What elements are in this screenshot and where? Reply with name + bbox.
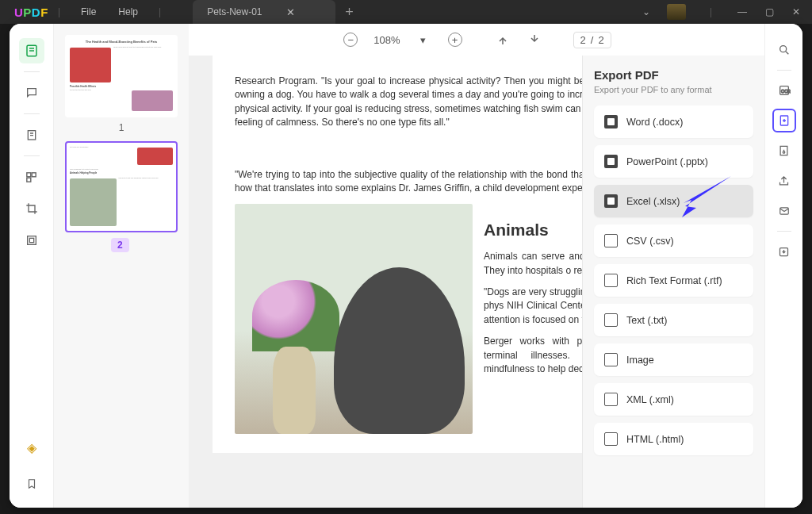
export-panel: Export PDF Export your PDF to any format… (582, 56, 764, 508)
svg-text:OCR: OCR (781, 89, 791, 94)
maximize-button[interactable]: ▢ (763, 6, 776, 17)
zoom-level: 108% (373, 34, 400, 46)
premium-badge[interactable] (667, 4, 686, 20)
page-thumbnail[interactable]: The Health and Mood-Boosting Benefits of… (65, 35, 178, 117)
export-option-powerpoint[interactable]: PowerPoint (.pptx) (594, 145, 753, 178)
svg-rect-3 (32, 172, 36, 176)
minimize-button[interactable]: ― (736, 6, 749, 17)
menu-help[interactable]: Help (118, 6, 138, 17)
thumb-number: 2 (111, 238, 129, 252)
new-tab-button[interactable]: + (345, 4, 354, 21)
export-option-xml[interactable]: XML (.xml) (594, 383, 753, 416)
crop-icon[interactable] (19, 196, 44, 221)
export-icon[interactable] (772, 109, 796, 132)
export-option-image[interactable]: Image (594, 343, 753, 376)
bookmark-icon[interactable] (19, 471, 44, 497)
export-option-html[interactable]: HTML (.html) (594, 423, 753, 455)
close-window-button[interactable]: ✕ (790, 6, 802, 17)
next-page-button[interactable] (526, 31, 543, 48)
thumb-number: 1 (65, 122, 178, 133)
svg-point-12 (783, 152, 785, 154)
export-option-csv[interactable]: CSV (.csv) (594, 224, 753, 257)
ocr-icon[interactable]: OCR (772, 79, 796, 102)
app-logo: UPDF (14, 6, 48, 19)
export-option-word[interactable]: Word (.docx) (594, 105, 753, 138)
svg-rect-6 (29, 238, 33, 242)
view-toolbar: − 108% ▾ + 2/2 (189, 24, 764, 56)
right-sidebar: OCR (764, 24, 802, 508)
page-thumbnail[interactable]: text lines here placeholder more paragra… (65, 141, 178, 232)
svg-rect-5 (27, 236, 36, 245)
svg-rect-4 (27, 178, 31, 182)
export-option-text[interactable]: Text (.txt) (594, 304, 753, 336)
share-icon[interactable] (772, 169, 796, 193)
thumbnail-panel: The Health and Mood-Boosting Benefits of… (54, 24, 189, 508)
zoom-in-button[interactable]: + (446, 31, 464, 48)
reader-icon[interactable] (19, 38, 44, 63)
inline-image (235, 204, 473, 434)
layers-icon[interactable]: ◈ (19, 435, 44, 460)
panel-subtitle: Export your PDF to any format (594, 85, 753, 94)
protect-icon[interactable] (772, 139, 796, 163)
chevron-down-icon[interactable]: ⌄ (640, 6, 653, 17)
export-option-excel[interactable]: Excel (.xlsx) (594, 185, 753, 217)
left-sidebar: ◈ (10, 24, 54, 508)
save-icon[interactable] (772, 240, 796, 263)
prev-page-button[interactable] (494, 31, 511, 48)
svg-point-7 (779, 46, 786, 52)
panel-title: Export PDF (594, 68, 753, 82)
export-option-rtf[interactable]: Rich Text Format (.rtf) (594, 264, 753, 297)
document-tab[interactable]: Pets-New-01 ✕ (193, 0, 335, 24)
svg-rect-2 (27, 172, 31, 176)
watermark-icon[interactable] (19, 228, 44, 253)
search-icon[interactable] (772, 38, 796, 62)
organize-icon[interactable] (19, 164, 44, 190)
menu-file[interactable]: File (81, 6, 96, 17)
email-icon[interactable] (772, 199, 796, 223)
zoom-dropdown[interactable]: ▾ (415, 31, 432, 48)
close-icon[interactable]: ✕ (286, 6, 295, 18)
comment-icon[interactable] (19, 80, 44, 105)
page-indicator[interactable]: 2/2 (573, 32, 611, 48)
zoom-out-button[interactable]: − (342, 31, 359, 48)
edit-icon[interactable] (19, 122, 44, 148)
tab-title: Pets-New-01 (207, 6, 262, 17)
